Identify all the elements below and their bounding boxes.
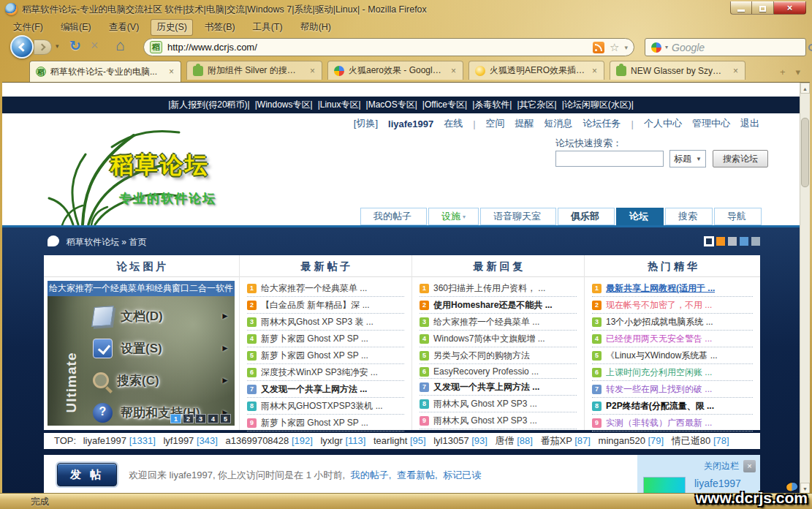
site-nav-tab[interactable]: 语音聊天室 xyxy=(480,208,556,225)
top-user[interactable]: a13699708428 [192] xyxy=(226,435,313,446)
style-switcher-swatch[interactable] xyxy=(740,237,748,246)
thread-title-link[interactable]: 新萝卜家园 Ghost XP SP ... xyxy=(261,350,368,362)
top-user[interactable]: 唐僧 [88] xyxy=(496,435,533,446)
site-nav-tab[interactable]: 导航 xyxy=(714,208,762,225)
user-menu-link[interactable]: 提醒 xyxy=(515,117,534,130)
forum-logo-title[interactable]: 稻草论坛 xyxy=(110,150,210,181)
quick-search-input[interactable] xyxy=(555,151,664,167)
menu-item[interactable]: 编辑(E) xyxy=(55,19,97,36)
tab-close-icon[interactable]: × xyxy=(590,66,599,76)
list-all-tabs-icon[interactable]: ▾ xyxy=(795,67,800,78)
stop-button[interactable]: × xyxy=(91,38,99,53)
thread-list-item[interactable]: 6 深度技术WinXP SP3纯净安 ... xyxy=(247,364,404,381)
menu-item[interactable]: 书签(B) xyxy=(199,19,241,36)
url-dropdown-icon[interactable]: ▾ xyxy=(624,44,628,51)
thread-list-item[interactable]: 9 雨林木风 Ghost XP SP3 ... xyxy=(420,412,577,429)
thread-title-link[interactable]: 360扫描并上传用户资料， ... xyxy=(433,282,545,295)
top-user[interactable]: lyf1997 [343] xyxy=(163,435,217,446)
browser-tab[interactable]: 稻 稻草软件论坛-专业的电脑... × xyxy=(29,61,181,82)
thread-title-link[interactable]: 又发现一个共享上网方法 ... xyxy=(261,383,367,396)
search-bar[interactable]: ▾ xyxy=(645,38,806,56)
thread-list-item[interactable]: 7 又发现一个共享上网方法 ... xyxy=(247,381,404,398)
back-button[interactable] xyxy=(10,35,34,59)
thread-list-item[interactable]: 1 最新共享上网教程(适用于 ... xyxy=(592,280,753,297)
welcome-link[interactable]: 标记已读 xyxy=(443,470,481,480)
thread-title-link[interactable]: 现在帐号不加密了，不用 ... xyxy=(606,299,712,312)
top-user[interactable]: liyafe1997 [1331] xyxy=(83,435,156,446)
top-user[interactable]: mingan520 [79] xyxy=(599,435,664,446)
scroll-up-icon[interactable]: ▲ xyxy=(800,83,810,94)
browser-tab[interactable]: 附加组件 Silver 的搜索结... × xyxy=(186,61,322,80)
thread-list-item[interactable]: 4 新萝卜家园 Ghost XP SP ... xyxy=(247,331,404,347)
thread-list-item[interactable]: 5 另类与众不同的购物方法 xyxy=(420,347,577,364)
window-titlebar[interactable]: 稻草软件论坛-专业的电脑交流社区 软件|技术|电脑|交流|Windows 7|系… xyxy=(0,0,812,19)
close-button[interactable]: × xyxy=(774,1,806,15)
switch-account-link[interactable]: [切换] xyxy=(354,117,378,130)
thread-list-item[interactable]: 5 新萝卜家园 Ghost XP SP ... xyxy=(247,347,404,364)
thread-list-item[interactable]: 6 EasyRecovery Professio ... xyxy=(420,364,577,379)
thread-title-link[interactable]: 雨林木风GHOSTXPSP3装机 ... xyxy=(261,400,383,412)
thread-list-item[interactable]: 1 给大家推荐一个经典菜单 ... xyxy=(247,280,404,297)
forum-section-link[interactable]: |其它杂区| xyxy=(517,99,556,111)
bookmark-star-icon[interactable]: ☆ xyxy=(610,42,619,53)
tab-close-icon[interactable]: × xyxy=(167,67,176,77)
search-forum-button[interactable]: 搜索论坛 xyxy=(713,150,768,167)
url-input[interactable] xyxy=(167,42,588,53)
thread-title-link[interactable]: 【白金品质 新年精品】深 ... xyxy=(261,299,370,312)
thread-list-item[interactable]: 3 给大家推荐一个经典菜单 ... xyxy=(420,314,577,331)
forward-button[interactable] xyxy=(34,39,52,55)
thread-title-link[interactable]: 又发现一个共享上网方法 ... xyxy=(433,381,539,393)
thread-list-item[interactable]: 4 已经使用两天无安全警告 ... xyxy=(592,331,753,347)
thread-list-item[interactable]: 3 13个小妙招成就电脑系统 ... xyxy=(592,314,753,331)
rss-icon[interactable] xyxy=(593,42,604,53)
thread-title-link[interactable]: 13个小妙招成就电脑系统 ... xyxy=(606,316,713,328)
forum-section-link[interactable]: |新人报到(得20稻币)| xyxy=(168,99,250,111)
user-menu-link[interactable]: 个人中心 xyxy=(644,117,682,130)
thread-title-link[interactable]: 实测（非转载）广西最新 ... xyxy=(606,417,712,429)
welcome-link[interactable]: 查看新帖, xyxy=(397,470,438,480)
search-magnifier-icon[interactable] xyxy=(808,44,812,51)
close-sidebar-icon[interactable]: × xyxy=(743,460,756,472)
browser-tab[interactable]: 火狐aero效果 - Google ... × xyxy=(327,61,463,80)
user-avatar[interactable] xyxy=(643,477,686,493)
thread-title-link[interactable]: Windows7简体中文旗舰增 ... xyxy=(433,333,545,345)
thread-list-item[interactable]: 2 现在帐号不加密了，不用 ... xyxy=(592,297,753,314)
site-nav-tab[interactable]: 设施 ▾ xyxy=(428,208,479,225)
thread-title-link[interactable]: 已经使用两天无安全警告 ... xyxy=(606,333,712,345)
tab-close-icon[interactable]: × xyxy=(449,66,458,76)
site-nav-tab[interactable]: 俱乐部 xyxy=(558,208,615,225)
web-search-input[interactable] xyxy=(672,42,805,53)
thread-title-link[interactable]: 另类与众不同的购物方法 xyxy=(433,350,530,362)
thread-title-link[interactable]: 雨林木风 Ghost XP SP3 ... xyxy=(433,398,537,410)
thread-title-link[interactable]: 上课时间充分利用空闲账 ... xyxy=(606,366,712,379)
thread-list-item[interactable]: 2 【白金品质 新年精品】深 ... xyxy=(247,297,404,314)
welcome-link[interactable]: 我的帖子, xyxy=(351,470,392,480)
minimize-button[interactable] xyxy=(730,1,752,15)
thread-list-item[interactable]: 7 又发现一个共享上网方法 ... xyxy=(420,379,577,396)
browser-tab[interactable]: NEW Glasser by Szyme... × xyxy=(610,61,745,80)
style-switcher-swatch[interactable] xyxy=(751,237,760,246)
thread-title-link[interactable]: 《Linux与XWindow系统基 ... xyxy=(606,350,718,362)
slideshow-page-button[interactable]: 5 xyxy=(220,414,231,423)
forum-section-link[interactable]: |Linux专区| xyxy=(318,99,361,111)
slideshow-caption[interactable]: 给大家推荐一个经典菜单和经典窗口二合一软件 xyxy=(48,281,235,296)
new-post-button[interactable]: 发 帖 xyxy=(57,463,117,486)
forum-section-link[interactable]: |Office专区| xyxy=(422,99,467,111)
thread-title-link[interactable]: 新萝卜家园 Ghost XP SP ... xyxy=(261,333,368,345)
thread-title-link[interactable]: EasyRecovery Professio ... xyxy=(433,366,539,377)
slideshow-page-button[interactable]: 2 xyxy=(183,414,194,423)
thread-list-item[interactable]: 2 使用Homeshare还是不能共 ... xyxy=(420,297,577,314)
user-menu-link[interactable]: 空间 xyxy=(486,117,505,130)
forum-section-link[interactable]: |论坛闲聊区(水区)| xyxy=(562,99,634,111)
top-user[interactable]: 情已逝80 [78] xyxy=(672,435,729,446)
thread-title-link[interactable]: 给大家推荐一个经典菜单 ... xyxy=(433,316,539,328)
slideshow-page-button[interactable]: 1 xyxy=(170,414,181,423)
thread-list-item[interactable]: 3 雨林木风Ghost XP SP3 装 ... xyxy=(247,314,404,331)
style-switcher-swatch[interactable] xyxy=(728,237,737,246)
thread-list-item[interactable]: 9 实测（非转载）广西最新 ... xyxy=(592,415,753,431)
thread-title-link[interactable]: 雨林木风Ghost XP SP3 装 ... xyxy=(261,316,373,328)
thread-title-link[interactable]: P2P终结者(分配流量、限 ... xyxy=(606,400,714,412)
thread-list-item[interactable]: 5 《Linux与XWindow系统基 ... xyxy=(592,347,753,364)
menu-item[interactable]: 历史(S) xyxy=(151,19,193,36)
reload-button[interactable]: ↻ xyxy=(69,37,81,54)
